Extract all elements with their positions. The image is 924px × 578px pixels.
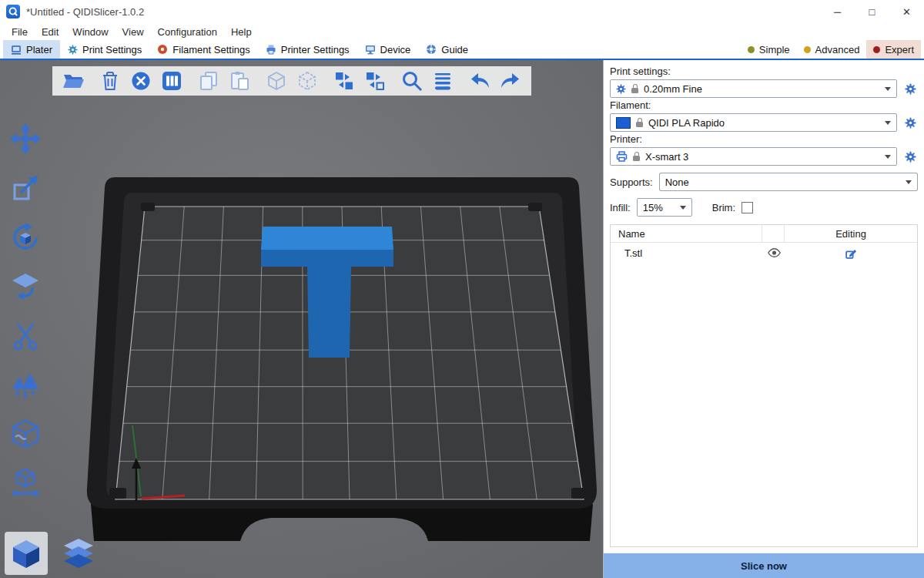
move-button[interactable] — [8, 122, 43, 156]
split-to-parts-button[interactable] — [362, 69, 388, 93]
redo-icon — [500, 71, 521, 91]
redo-button[interactable] — [497, 69, 524, 93]
slice-now-button[interactable]: Slice now — [604, 553, 924, 578]
printer-combo[interactable]: X-smart 3 — [610, 147, 897, 166]
scale-icon — [10, 173, 41, 203]
column-header-editing: Editing — [784, 225, 917, 242]
delete-all-icon — [131, 71, 151, 91]
measure-button[interactable] — [8, 467, 43, 501]
arrange-button[interactable] — [159, 69, 185, 93]
top-toolbar — [52, 66, 531, 96]
scale-button[interactable] — [8, 171, 43, 205]
column-header-visibility — [762, 225, 784, 242]
supports-combo[interactable]: None — [659, 173, 918, 191]
preview-view-toggle[interactable] — [57, 532, 100, 575]
lock-icon — [631, 88, 638, 93]
guide-icon — [426, 44, 437, 55]
tab-filament-settings[interactable]: Filament Settings — [149, 40, 257, 59]
undo-icon — [469, 71, 490, 91]
window-title: *Untitled - QIDISlicer-1.0.2 — [26, 6, 144, 18]
print-settings-gear-button[interactable] — [902, 83, 918, 95]
paste-button[interactable] — [226, 69, 253, 93]
menu-item-file[interactable]: File — [5, 26, 35, 38]
brim-checkbox[interactable] — [742, 202, 753, 213]
rotate-icon — [9, 221, 42, 254]
copy-button[interactable] — [196, 69, 222, 93]
mode-simple[interactable]: Simple — [741, 40, 797, 59]
place-on-face-button[interactable] — [8, 270, 43, 304]
remove-instance-icon — [297, 71, 317, 91]
menu-item-configuration[interactable]: Configuration — [151, 26, 224, 38]
printer-icon — [616, 151, 628, 162]
plater-icon — [11, 44, 22, 55]
window-controls: ─ □ ✕ — [820, 0, 924, 23]
tab-print-settings[interactable]: Print Settings — [60, 40, 149, 59]
view-toggles — [5, 532, 100, 575]
seam-paint-button[interactable] — [8, 418, 43, 452]
menu-item-window[interactable]: Window — [65, 26, 115, 38]
edit-object-icon — [845, 247, 857, 259]
filament-color-swatch — [616, 117, 631, 129]
split-objects-icon — [334, 71, 354, 91]
place-on-face-icon — [9, 271, 42, 303]
object-list-header: Name Editing — [611, 225, 917, 243]
add-instance-button[interactable] — [263, 69, 290, 93]
close-button[interactable]: ✕ — [889, 0, 924, 23]
visibility-toggle[interactable] — [763, 248, 785, 257]
printer-gear-button[interactable] — [902, 151, 918, 163]
variable-layer-height-button[interactable] — [430, 69, 456, 93]
object-row-tstl[interactable]: T.stl — [611, 243, 917, 263]
trash-icon — [101, 71, 119, 91]
menu-item-edit[interactable]: Edit — [35, 26, 65, 38]
filament-gear-button[interactable] — [902, 117, 918, 129]
edit-object-button[interactable] — [785, 247, 917, 259]
mode-expert[interactable]: Expert — [866, 40, 921, 59]
remove-instance-button[interactable] — [294, 69, 320, 93]
print-settings-combo[interactable]: 0.20mm Fine — [610, 79, 897, 98]
lock-icon — [636, 122, 643, 127]
filament-combo[interactable]: QIDI PLA Rapido — [610, 113, 897, 132]
copy-icon — [199, 71, 219, 91]
menu-item-help[interactable]: Help — [224, 26, 259, 38]
mode-advanced[interactable]: Advanced — [797, 40, 867, 59]
tab-bar: Plater Print Settings Filament Settings … — [0, 40, 924, 60]
layers-preview-icon — [61, 536, 96, 571]
chevron-down-icon — [885, 155, 891, 159]
3d-cube-icon — [8, 536, 44, 571]
printer-label: Printer: — [610, 133, 918, 145]
maximize-button[interactable]: □ — [855, 0, 889, 23]
menu-item-view[interactable]: View — [116, 26, 151, 38]
split-to-objects-button[interactable] — [331, 69, 357, 93]
search-button[interactable] — [399, 69, 425, 93]
move-icon — [9, 123, 42, 155]
tab-plater[interactable]: Plater — [3, 40, 60, 59]
app-logo-icon — [6, 5, 20, 18]
open-button[interactable] — [60, 69, 86, 93]
filament-spool-icon — [157, 44, 168, 55]
search-icon — [401, 70, 423, 92]
object-list: Name Editing T.stl — [610, 224, 918, 547]
delete-all-button[interactable] — [128, 69, 154, 93]
open-folder-icon — [62, 72, 84, 90]
tab-printer-settings[interactable]: Printer Settings — [258, 40, 357, 59]
chevron-down-icon — [885, 87, 891, 91]
minimize-button[interactable]: ─ — [820, 0, 855, 23]
editor-view-toggle[interactable] — [5, 532, 48, 575]
rotate-button[interactable] — [8, 220, 43, 254]
tab-guide[interactable]: Guide — [418, 40, 476, 59]
left-toolbar — [8, 122, 43, 501]
gear-icon — [905, 151, 916, 163]
column-header-name: Name — [611, 228, 762, 240]
split-parts-icon — [365, 71, 385, 91]
delete-button[interactable] — [97, 69, 123, 93]
cut-scissors-icon — [10, 321, 41, 351]
paint-support-button[interactable] — [8, 368, 43, 402]
title-bar: *Untitled - QIDISlicer-1.0.2 ─ □ ✕ — [0, 0, 924, 23]
tab-device[interactable]: Device — [357, 40, 419, 59]
viewport-3d[interactable] — [0, 60, 603, 578]
infill-combo[interactable]: 15% — [637, 198, 692, 217]
undo-button[interactable] — [467, 69, 493, 93]
paint-support-icon — [9, 369, 42, 402]
measure-icon — [9, 468, 42, 500]
cut-button[interactable] — [8, 319, 43, 353]
